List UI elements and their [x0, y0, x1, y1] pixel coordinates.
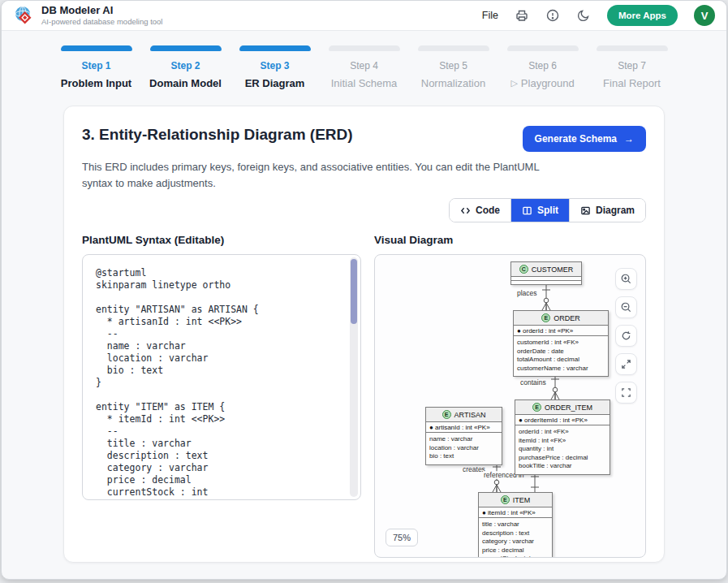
page-title: 3. Entity-Relationship Diagram (ERD) — [82, 126, 353, 144]
app-logo — [13, 5, 34, 26]
step-progress-bar — [239, 45, 311, 51]
code-icon — [460, 205, 471, 216]
step-name: Domain Model — [149, 77, 222, 89]
split-icon — [522, 205, 532, 216]
relationship-label: contains — [519, 378, 547, 387]
step-name: Normalization — [421, 77, 485, 89]
arrow-right-icon: → — [624, 133, 634, 145]
view-code-button[interactable]: Code — [450, 199, 510, 222]
dark-mode-moon-icon[interactable] — [576, 8, 591, 23]
step-progress-bar — [61, 45, 132, 51]
step-progress-bar — [418, 45, 489, 51]
editor-scrollbar-thumb[interactable] — [351, 259, 357, 324]
plantuml-editor: @startuml skinparam linetype ortho entit… — [82, 254, 361, 500]
step-4[interactable]: Step 4Initial Schema — [320, 45, 409, 89]
page-description: This ERD includes primary keys, foreign … — [82, 159, 549, 192]
erd-entity-item[interactable]: EITEM● itemId : int «PK»title : varchard… — [478, 492, 553, 558]
entity-type-icon: E — [541, 313, 550, 322]
erd-entity-order_item[interactable]: EORDER_ITEM● orderItemId : int «PK»order… — [515, 399, 610, 475]
fit-to-screen-button[interactable] — [615, 382, 637, 404]
erd-card: 3. Entity-Relationship Diagram (ERD) Gen… — [63, 106, 665, 563]
entity-name: ORDER — [554, 314, 580, 322]
editor-title: PlantUML Syntax (Editable) — [82, 234, 361, 246]
step-name: ER Diagram — [245, 77, 305, 89]
step-3[interactable]: Step 3ER Diagram — [230, 45, 320, 89]
erd-entity-order[interactable]: EORDER● orderId : int «PK»customerId : i… — [513, 310, 609, 377]
entity-name: ORDER_ITEM — [545, 404, 592, 412]
zoom-out-button[interactable] — [615, 296, 637, 318]
step-7[interactable]: Step 7Final Report — [588, 45, 677, 89]
step-label: Step 3 — [260, 60, 289, 71]
step-5[interactable]: Step 5Normalization — [409, 45, 498, 89]
entity-name: ITEM — [513, 496, 531, 504]
view-diagram-button[interactable]: Diagram — [569, 199, 645, 222]
entity-pk-row: ● orderItemId : int «PK» — [515, 414, 610, 425]
entity-fields: orderId : int «FK»itemId : int «FK»quant… — [515, 425, 610, 474]
step-label: Step 4 — [350, 60, 378, 71]
diagram-panel: placescontainscreatesreferenced inCCUSTO… — [374, 254, 646, 558]
generate-schema-button[interactable]: Generate Schema → — [523, 126, 646, 152]
erd-entity-artisan[interactable]: EARTISAN● artisanId : int «PK»name : var… — [425, 407, 502, 465]
zoom-in-button[interactable] — [615, 268, 637, 290]
entity-pk-row: ● itemId : int «PK» — [479, 507, 552, 517]
entity-type-icon: E — [442, 410, 451, 419]
plantuml-code[interactable]: @startuml skinparam linetype ortho entit… — [83, 255, 360, 500]
more-apps-button[interactable]: More Apps — [607, 5, 678, 26]
step-2[interactable]: Step 2Domain Model — [141, 45, 230, 89]
zoom-level-badge: 75% — [386, 529, 418, 546]
entity-fields: customerId : int «FK»orderDate : datetot… — [514, 335, 608, 376]
fullscreen-expand-button[interactable] — [615, 353, 637, 375]
entity-type-icon: E — [532, 403, 541, 412]
editor-scrollbar — [350, 257, 358, 497]
view-toggle: Code Split Diagram — [449, 198, 646, 222]
diagram-icon — [580, 205, 591, 216]
step-progress-bar — [507, 45, 579, 51]
step-label: Step 6 — [528, 60, 557, 71]
entity-pk-row: ● artisanId : int «PK» — [426, 421, 502, 432]
erd-canvas[interactable]: placescontainscreatesreferenced inCCUSTO… — [375, 255, 645, 557]
step-1[interactable]: Step 1Problem Input — [52, 45, 141, 89]
entity-type-icon: C — [519, 265, 528, 274]
erd-entity-customer[interactable]: CCUSTOMER — [510, 261, 582, 285]
step-label: Step 1 — [81, 60, 110, 71]
step-name: ▷Playground — [510, 77, 574, 89]
step-name: Problem Input — [61, 77, 131, 89]
entity-fields: title : varchardescription : textcategor… — [479, 517, 552, 558]
app-title: DB Modeler AI — [41, 5, 162, 16]
reset-view-button[interactable] — [615, 325, 637, 347]
entity-name: CUSTOMER — [532, 266, 573, 274]
step-6[interactable]: Step 6▷Playground — [498, 45, 588, 89]
diagram-title: Visual Diagram — [374, 234, 646, 246]
user-avatar[interactable]: V — [694, 5, 715, 26]
step-progress-bar — [329, 45, 400, 51]
step-progress-bar — [597, 45, 668, 51]
entity-name: ARTISAN — [454, 411, 486, 419]
entity-fields: name : varcharlocation : varcharbio : te… — [426, 432, 502, 464]
step-name: Initial Schema — [331, 77, 398, 89]
play-icon: ▷ — [510, 78, 517, 89]
info-icon[interactable] — [545, 8, 560, 23]
step-name: Final Report — [603, 77, 661, 89]
app-subtitle: AI-powered database modeling tool — [41, 17, 162, 26]
diagram-controls — [615, 268, 637, 404]
step-label: Step 2 — [170, 60, 200, 71]
view-split-button[interactable]: Split — [510, 199, 569, 222]
file-menu[interactable]: File — [482, 10, 498, 21]
step-label: Step 5 — [439, 60, 467, 71]
entity-pk-row: ● orderId : int «PK» — [514, 325, 608, 335]
entity-type-icon: E — [501, 495, 510, 504]
print-icon[interactable] — [515, 8, 529, 23]
app-header: DB Modeler AI AI-powered database modeli… — [2, 1, 726, 31]
app-window: DB Modeler AI AI-powered database modeli… — [1, 0, 727, 580]
step-label: Step 7 — [618, 60, 646, 71]
step-progress-bar — [150, 45, 222, 51]
relationship-label: places — [516, 289, 538, 297]
stepper: Step 1Problem InputStep 2Domain ModelSte… — [2, 31, 726, 101]
